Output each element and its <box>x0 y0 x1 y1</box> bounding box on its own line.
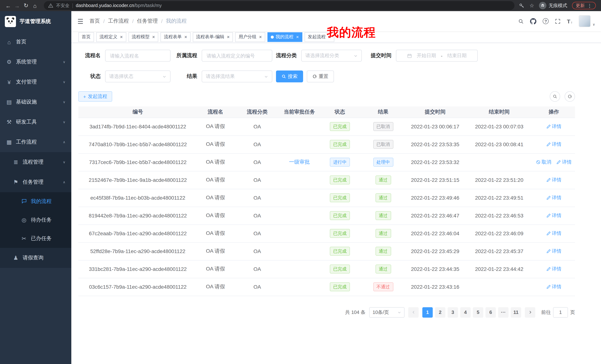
tab[interactable]: 流程定义× <box>96 32 126 42</box>
sidebar-item-leave-query[interactable]: ♟ 请假查询 <box>0 248 71 268</box>
start-process-label: 发起流程 <box>88 93 107 100</box>
sidebar-item-payment-mgmt[interactable]: ¥ 支付管理 ∨ <box>0 72 71 92</box>
prev-page-button[interactable] <box>408 307 419 317</box>
tab-close-icon[interactable]: × <box>259 34 262 40</box>
detail-link[interactable]: 详情 <box>546 230 561 237</box>
process-name-input[interactable] <box>105 50 170 62</box>
sidebar-item-infrastructure[interactable]: ▤ 基础设施 ∨ <box>0 92 71 112</box>
breadcrumb-task-mgmt[interactable]: 任务管理 <box>137 18 158 25</box>
process-name-label: 流程名 <box>78 52 101 59</box>
search-icon[interactable] <box>518 18 524 24</box>
sidebar-item-system-mgmt[interactable]: ⚙ 系统管理 ∨ <box>0 52 71 72</box>
sidebar-item-todo-tasks[interactable]: ◎ 待办任务 <box>0 211 71 229</box>
tags-view: 首页流程定义×流程模型×流程表单×流程表单-编辑×用户分组×我的流程×发起流程× <box>71 31 601 43</box>
detail-link[interactable]: 详情 <box>546 141 561 148</box>
detail-link[interactable]: 详情 <box>546 248 561 255</box>
current-task-link[interactable]: 一级审批 <box>289 159 310 165</box>
tab-close-icon[interactable]: × <box>227 34 230 40</box>
page-button[interactable]: 4 <box>460 307 471 317</box>
goto-page-input[interactable] <box>553 307 568 317</box>
page-button[interactable]: 11 <box>511 307 521 317</box>
detail-link[interactable]: 详情 <box>546 123 561 130</box>
start-process-button[interactable]: + 发起流程 <box>78 91 112 102</box>
tab[interactable]: 流程表单-编辑× <box>193 32 233 42</box>
breadcrumb: 首页 / 工作流程 / 任务管理 / 我的流程 <box>90 18 187 25</box>
tab-close-icon[interactable]: × <box>328 34 331 40</box>
tab-close-icon[interactable]: × <box>152 34 155 40</box>
avatar[interactable] <box>579 15 591 27</box>
sidebar-item-my-process[interactable]: 我的流程 <box>0 192 71 211</box>
status-tag: 已完成 <box>330 247 350 256</box>
result-select[interactable]: 请选择流结果 <box>202 70 272 82</box>
bookmark-star-icon[interactable]: ☆ <box>530 3 534 9</box>
category-select[interactable]: 请选择流程分类 <box>301 50 362 62</box>
back-icon[interactable]: ← <box>4 2 13 9</box>
fullscreen-icon[interactable] <box>555 18 561 24</box>
reload-icon[interactable]: ↻ <box>21 2 30 9</box>
row-task-cell <box>281 224 318 242</box>
page-size-select[interactable]: 10条/页 <box>369 307 404 317</box>
tab-close-icon[interactable]: × <box>296 34 299 40</box>
tab[interactable]: 流程表单× <box>160 32 190 42</box>
table-row: 7470a810-7b9b-11ec-b5b7-acde48001122OA 请… <box>78 135 575 153</box>
home-icon[interactable]: ⌂ <box>30 2 39 9</box>
pager-ellipsis[interactable]: ··· <box>498 307 509 317</box>
row-status-cell: 已完成 <box>318 207 362 224</box>
sidebar-item-dev-tools[interactable]: ⚒ 研发工具 ∨ <box>0 112 71 132</box>
row-end-time-cell: 2022-01-22 23:51:20 <box>466 171 533 189</box>
breadcrumb-workflow[interactable]: 工作流程 <box>108 18 129 25</box>
sidebar-item-home[interactable]: ⌂ 首页 <box>0 32 71 52</box>
tab-close-icon[interactable]: × <box>184 34 187 40</box>
sidebar-item-label: 首页 <box>16 38 26 45</box>
hamburger-icon[interactable] <box>77 18 84 24</box>
row-result-cell: 通过 <box>362 242 404 260</box>
address-bar[interactable]: 不安全 dashboard.yudao.iocoder.cn/bpm/task/… <box>44 1 515 10</box>
page-button[interactable]: 3 <box>448 307 458 317</box>
tab[interactable]: 首页 <box>78 32 94 42</box>
app-logo[interactable]: 芋道管理系统 <box>0 11 71 32</box>
detail-link[interactable]: 详情 <box>546 284 561 290</box>
page-button[interactable]: 6 <box>485 307 496 317</box>
page-button[interactable]: 2 <box>435 307 445 317</box>
update-button[interactable]: 更新 ⋮ <box>572 2 596 9</box>
row-category-cell: OA <box>234 278 281 296</box>
end-date-placeholder[interactable]: 结束日期 <box>447 52 467 59</box>
page-button[interactable]: 1 <box>422 307 433 317</box>
status-select[interactable]: 请选择状态 <box>105 70 170 82</box>
start-date-placeholder[interactable]: 开始日期 <box>417 52 436 59</box>
sidebar-item-task-mgmt[interactable]: ⚑ 任务管理 ∧ <box>0 172 71 192</box>
refresh-table-button[interactable] <box>565 91 575 102</box>
sidebar-item-workflow[interactable]: ▦ 工作流程 ∧ <box>0 132 71 152</box>
tab-active[interactable]: 我的流程× <box>267 32 302 42</box>
help-icon[interactable]: ? <box>543 18 549 24</box>
breadcrumb-home[interactable]: 首页 <box>90 18 100 25</box>
detail-link[interactable]: 详情 <box>546 194 561 201</box>
tab-close-icon[interactable]: × <box>120 34 123 40</box>
owner-process-input[interactable] <box>202 50 272 62</box>
github-icon[interactable] <box>530 18 536 24</box>
cancel-link[interactable]: 取消 <box>536 159 551 165</box>
tab[interactable]: 发起流程× <box>304 32 334 42</box>
next-page-button[interactable] <box>525 307 535 317</box>
toggle-search-button[interactable] <box>550 91 560 102</box>
password-key-icon[interactable] <box>519 3 525 8</box>
action-label: 详情 <box>552 230 561 237</box>
sidebar-item-done-tasks[interactable]: ✂ 已办任务 <box>0 229 71 248</box>
tab[interactable]: 用户分组× <box>235 32 265 42</box>
action-label: 详情 <box>552 141 561 148</box>
forward-icon[interactable]: → <box>13 2 21 9</box>
detail-link[interactable]: 详情 <box>546 177 561 183</box>
security-label[interactable]: 不安全 <box>56 2 70 9</box>
detail-link[interactable]: 详情 <box>546 266 561 272</box>
search-button[interactable]: 搜索 <box>276 70 303 82</box>
detail-link[interactable]: 详情 <box>546 212 561 219</box>
sidebar-item-process-mgmt[interactable]: ≣ 流程管理 ∨ <box>0 152 71 172</box>
browser-menu-icon[interactable]: ⋮ <box>587 3 592 8</box>
submit-time-range-picker[interactable]: 开始日期 - 结束日期 <box>396 50 478 62</box>
font-size-icon[interactable]: T↑ <box>567 18 572 24</box>
page-button[interactable]: 5 <box>473 307 483 317</box>
tab[interactable]: 流程模型× <box>128 32 158 42</box>
user-menu[interactable]: ∨ <box>579 15 595 27</box>
detail-link[interactable]: 详情 <box>556 159 572 165</box>
reset-button[interactable]: 重置 <box>307 70 334 82</box>
